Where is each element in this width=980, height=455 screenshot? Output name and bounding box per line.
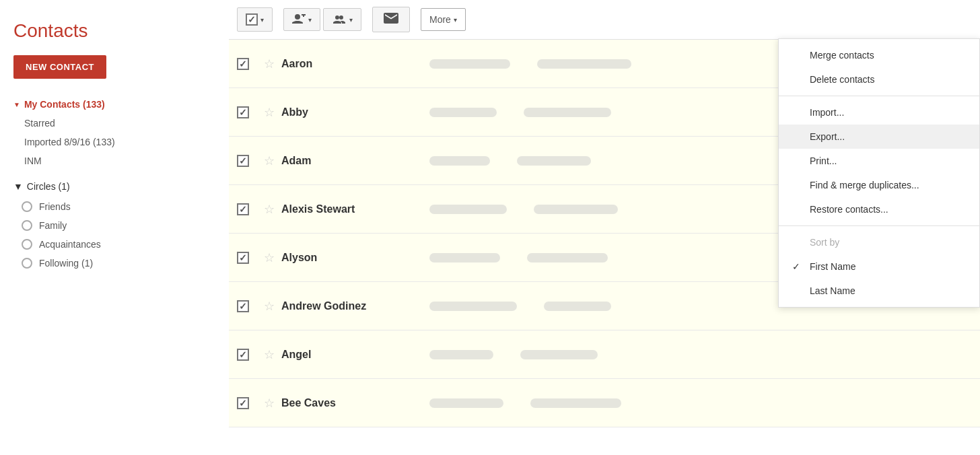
dropdown-divider-2 (779, 225, 979, 226)
contact-name: Aaron (281, 58, 416, 70)
circles-label: Circles (1) (27, 181, 70, 192)
toolbar: ▾ ▾ ▾ More (229, 0, 980, 40)
sidebar-item-starred[interactable]: Starred (0, 114, 229, 133)
table-row: ☆ Bee Caves (229, 379, 980, 427)
family-radio[interactable] (22, 220, 32, 231)
mail-icon (384, 13, 398, 24)
dropdown-merge-contacts[interactable]: Merge contacts (779, 43, 979, 67)
add-person-caret: ▾ (308, 16, 312, 24)
contact-info (416, 350, 980, 359)
my-contacts-section: ▼ My Contacts (133) Starred Imported 8/9… (0, 95, 229, 176)
contact-email-blur (429, 156, 490, 166)
sidebar-item-imported[interactable]: Imported 8/9/16 (133) (0, 133, 229, 151)
contact-phone-blur (537, 59, 631, 69)
group-caret: ▾ (349, 16, 353, 24)
add-person-button[interactable]: ▾ (283, 8, 320, 31)
select-all-caret: ▾ (260, 16, 264, 24)
my-contacts-header[interactable]: ▼ My Contacts (133) (0, 95, 229, 114)
mail-button[interactable] (372, 7, 410, 32)
sidebar-circle-family[interactable]: Family (0, 216, 229, 235)
sidebar: Contacts NEW CONTACT ▼ My Contacts (133)… (0, 0, 229, 455)
contact-name: Abby (281, 106, 416, 118)
more-label: More (429, 14, 451, 25)
contact-name: Alexis Stewart (281, 203, 416, 215)
my-contacts-arrow: ▼ (13, 101, 20, 108)
dropdown-import[interactable]: Import... (779, 100, 979, 125)
dropdown-delete-contacts[interactable]: Delete contacts (779, 67, 979, 92)
following-radio[interactable] (22, 258, 32, 269)
more-caret: ▾ (454, 16, 457, 24)
contact-name: Adam (281, 155, 416, 167)
select-all-checkbox[interactable] (246, 13, 258, 26)
table-row: ☆ Angel (229, 330, 980, 379)
contact-star[interactable]: ☆ (257, 153, 281, 168)
sidebar-circle-acquaintances[interactable]: Acquaintances (0, 235, 229, 254)
contact-email-blur (429, 350, 493, 359)
dropdown-find-merge[interactable]: Find & merge duplicates... (779, 173, 979, 197)
contact-star[interactable]: ☆ (257, 250, 281, 265)
acquaintances-radio[interactable] (22, 239, 32, 250)
contact-phone-blur (517, 156, 591, 166)
add-person-icon (292, 14, 306, 25)
contact-email-blur (429, 205, 507, 214)
contact-phone-blur (524, 108, 611, 117)
contact-checkbox[interactable] (229, 58, 257, 70)
contact-name: Andrew Godinez (281, 300, 416, 312)
group-button[interactable]: ▾ (323, 8, 361, 31)
new-contact-button[interactable]: NEW CONTACT (13, 55, 106, 79)
more-dropdown: Merge contacts Delete contacts Import...… (778, 38, 980, 308)
contact-star[interactable]: ☆ (257, 202, 281, 217)
contact-checkbox[interactable] (229, 349, 257, 361)
contact-star[interactable]: ☆ (257, 105, 281, 120)
contact-name: Angel (281, 349, 416, 361)
contact-phone-blur (527, 253, 608, 262)
contact-phone-blur (530, 398, 621, 408)
sidebar-circle-friends[interactable]: Friends (0, 197, 229, 216)
contact-phone-blur (520, 350, 598, 359)
select-all-button[interactable]: ▾ (237, 7, 273, 32)
contact-checkbox[interactable] (229, 203, 257, 215)
circles-arrow: ▼ (13, 181, 23, 192)
contact-checkbox[interactable] (229, 397, 257, 409)
main-content: ▾ ▾ ▾ More (229, 0, 980, 455)
contact-phone-blur (544, 302, 611, 311)
group-icon (332, 14, 347, 25)
dropdown-divider-1 (779, 96, 979, 96)
circles-header[interactable]: ▼ Circles (1) (0, 176, 229, 197)
contact-email-blur (429, 108, 497, 117)
contact-star[interactable]: ☆ (257, 347, 281, 362)
app-title: Contacts (0, 13, 229, 55)
sidebar-item-inm[interactable]: INM (0, 151, 229, 170)
contact-phone-blur (534, 205, 618, 214)
my-contacts-label: My Contacts (133) (24, 99, 105, 110)
dropdown-first-name[interactable]: ✓ First Name (779, 254, 979, 279)
contact-email-blur (429, 398, 503, 408)
contact-email-blur (429, 253, 500, 262)
friends-radio[interactable] (22, 201, 32, 212)
contact-star[interactable]: ☆ (257, 299, 281, 314)
contact-checkbox[interactable] (229, 155, 257, 167)
sidebar-circle-following[interactable]: Following (1) (0, 254, 229, 273)
contact-email-blur (429, 302, 517, 311)
dropdown-last-name[interactable]: Last Name (779, 279, 979, 303)
more-button[interactable]: More ▾ (421, 8, 466, 31)
circles-section: ▼ Circles (1) Friends Family Acquaintanc… (0, 176, 229, 278)
dropdown-restore[interactable]: Restore contacts... (779, 197, 979, 221)
contact-star[interactable]: ☆ (257, 57, 281, 71)
contact-checkbox[interactable] (229, 300, 257, 312)
contact-checkbox[interactable] (229, 106, 257, 118)
dropdown-print[interactable]: Print... (779, 149, 979, 173)
contact-star[interactable]: ☆ (257, 396, 281, 411)
contact-name: Bee Caves (281, 397, 416, 409)
dropdown-export[interactable]: Export... (779, 125, 979, 149)
contact-info (416, 398, 980, 408)
dropdown-sort-by-label: Sort by (779, 230, 979, 254)
contact-checkbox[interactable] (229, 252, 257, 264)
contact-email-blur (429, 59, 510, 69)
contact-name: Alyson (281, 252, 416, 264)
